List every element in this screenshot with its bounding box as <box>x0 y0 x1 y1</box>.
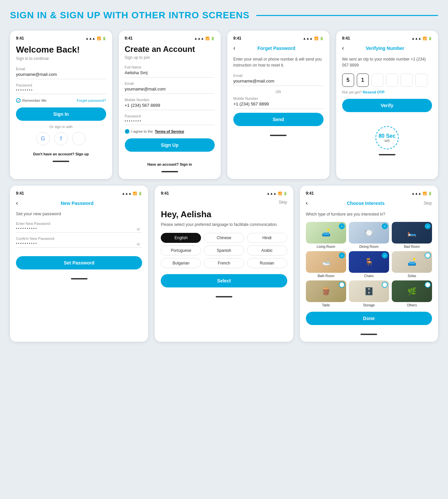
confirm-label: Confirm New Password <box>16 237 142 241</box>
wifi-icon: 📶 <box>97 37 101 40</box>
lang-spanish[interactable]: Spanish <box>204 246 244 255</box>
password-value-1: •••••••• <box>16 88 106 94</box>
screen-language: 9:41 ▲▲▲📶🔋 Skip Hey, Aelisha Please sele… <box>155 186 293 342</box>
status-bar-7: 9:41 ▲▲▲📶🔋 <box>306 191 432 196</box>
fullname-label: Full Name <box>125 65 215 69</box>
status-bar-2: 9:41 ▲▲▲ 📶 🔋 <box>125 36 215 41</box>
select-language-button[interactable]: Select <box>161 274 287 287</box>
greeting-title: Hey, Aelisha <box>161 209 287 220</box>
remember-check[interactable]: ✓ <box>16 98 21 103</box>
set-password-button[interactable]: Set Password <box>16 256 142 269</box>
fp-email-label: Email <box>233 74 324 78</box>
label-bath-room: Bath Room <box>306 274 346 278</box>
fullname-value: Aelisha Sm| <box>125 70 215 78</box>
signin-link[interactable]: Sign in <box>180 162 192 166</box>
screen-signin: 9:41 ▲▲▲ 📶 🔋 Welcome Back! Sign in to co… <box>10 31 112 179</box>
lang-russian[interactable]: Russian <box>247 258 287 268</box>
resend-link[interactable]: Resend OTP <box>363 90 384 94</box>
signin-prompt: Have an account? Sign in <box>125 162 215 166</box>
otp-box-6[interactable] <box>415 74 427 87</box>
create-subtitle: Sign up to join <box>125 55 215 60</box>
terms-text: I agree to the <box>131 129 153 133</box>
facebook-icon[interactable]: f <box>54 132 68 145</box>
eye-icon-2[interactable]: 👁 <box>136 242 141 247</box>
welcome-subtitle: Sign in to continue <box>16 56 106 61</box>
lang-portuguese[interactable]: Portuguese <box>161 246 201 255</box>
lang-chinese[interactable]: Chinese <box>204 233 244 243</box>
check-dining-room: ✓ <box>382 223 388 229</box>
status-icons-4: ▲▲▲📶🔋 <box>411 37 432 40</box>
apple-icon[interactable] <box>72 132 86 145</box>
screen-signup: 9:41 ▲▲▲ 📶 🔋 Create an Account Sign up t… <box>119 31 221 179</box>
furniture-living-room-img: 🛋️ ✓ <box>306 222 346 244</box>
wifi-icon-2: 📶 <box>205 37 209 40</box>
not-yet-text: Not yet get? <box>342 90 362 94</box>
email-label-1: Email <box>16 67 106 71</box>
lang-arabic[interactable]: Arabic <box>247 246 287 255</box>
new-password-row: •••••••••• 👁 <box>16 227 142 233</box>
furniture-chairs[interactable]: 🪑 ✓ Chairs <box>349 251 389 278</box>
fp-mobile-label: Mobile Number <box>233 96 324 100</box>
battery-icon-2: 🔋 <box>211 37 215 40</box>
home-bar-2 <box>161 171 178 172</box>
furniture-table-img: 🪵 <box>306 280 346 302</box>
lang-french[interactable]: French <box>204 258 244 268</box>
check-sofas <box>425 252 431 258</box>
np-title: New Password <box>18 201 136 206</box>
screen-forget-password: 9:41 ▲▲▲📶🔋 ‹ Forget Password Enter your … <box>227 31 330 179</box>
otp-box-5[interactable] <box>401 74 413 87</box>
terms-check[interactable]: ✓ <box>125 129 129 134</box>
lang-bulgarian[interactable]: Bulgarian <box>161 258 201 268</box>
new-password-label: Enter New Password <box>16 222 142 226</box>
furniture-living-room[interactable]: 🛋️ ✓ Living Room <box>306 222 346 249</box>
verify-button[interactable]: Verify <box>342 99 432 112</box>
furniture-bath-room[interactable]: 🛁 ✓ Bath Room <box>306 251 346 278</box>
email-value-1: yourname@mail.com <box>16 72 106 79</box>
time-1: 9:41 <box>16 36 24 41</box>
furniture-dining-room[interactable]: 🍽️ ✓ Dining Room <box>349 222 389 249</box>
furniture-sofas[interactable]: 🛋️ Sofas <box>392 251 432 278</box>
status-bar-3: 9:41 ▲▲▲📶🔋 <box>233 36 324 41</box>
send-button[interactable]: Send <box>233 113 324 126</box>
otp-box-2[interactable]: 1 <box>357 74 369 87</box>
signin-button[interactable]: Sign In <box>16 107 106 121</box>
signup-button[interactable]: Sign Up <box>125 138 215 152</box>
language-grid: English Chinese Hindi Portuguese Spanish… <box>161 233 287 268</box>
furniture-others[interactable]: 🌿 Others <box>392 280 432 307</box>
lang-english[interactable]: English <box>161 233 201 243</box>
otp-box-3[interactable] <box>371 74 383 87</box>
home-bar-1 <box>53 161 69 162</box>
done-button[interactable]: Done <box>306 312 432 325</box>
check-table <box>339 282 345 288</box>
furniture-storage-img: 🗄️ <box>349 280 389 302</box>
skip-button-7[interactable]: Skip <box>424 201 432 206</box>
email-value-2: yourname@mail.com <box>125 86 215 94</box>
screen-verify: 9:41 ▲▲▲📶🔋 ‹ Verifying Number We sent an… <box>336 31 438 179</box>
eye-icon-1[interactable]: 👁 <box>136 227 141 232</box>
otp-row: 5 1 <box>342 74 432 87</box>
furniture-storage[interactable]: 🗄️ Storage <box>349 280 389 307</box>
lang-hindi[interactable]: Hindi <box>247 233 287 243</box>
furniture-bad-room[interactable]: 🛏️ ✓ Bad Room <box>392 222 432 249</box>
otp-box-4[interactable] <box>386 74 398 87</box>
furniture-others-img: 🌿 <box>392 280 432 302</box>
time-2: 9:41 <box>125 36 133 41</box>
confirm-password-row: •••••••••• 👁 <box>16 242 142 248</box>
otp-box-1[interactable]: 5 <box>342 74 354 87</box>
furniture-table[interactable]: 🪵 Table <box>306 280 346 307</box>
label-storage: Storage <box>349 303 389 307</box>
google-icon[interactable]: G <box>36 132 50 145</box>
terms-link[interactable]: Terms of Service <box>155 129 184 133</box>
signup-link[interactable]: Sign up <box>75 152 89 156</box>
fp-or: OR <box>233 90 324 94</box>
skip-button-6[interactable]: Skip <box>279 200 287 205</box>
screen-new-password: 9:41 ▲▲▲📶🔋 ‹ New Password Set your new p… <box>10 186 148 342</box>
mobile-value-2: +1 (234) 567 8899 <box>125 103 215 110</box>
furniture-dining-room-img: 🍽️ ✓ <box>349 222 389 244</box>
signup-prompt: Don't have an account? Sign up <box>16 152 106 156</box>
forget-password-link[interactable]: Forget password? <box>77 98 106 102</box>
check-chairs: ✓ <box>382 252 388 258</box>
furniture-sofas-img: 🛋️ <box>392 251 432 273</box>
verify-description: We sent an otp to your mobile number +1 … <box>342 56 432 68</box>
status-icons-3: ▲▲▲📶🔋 <box>303 37 324 40</box>
